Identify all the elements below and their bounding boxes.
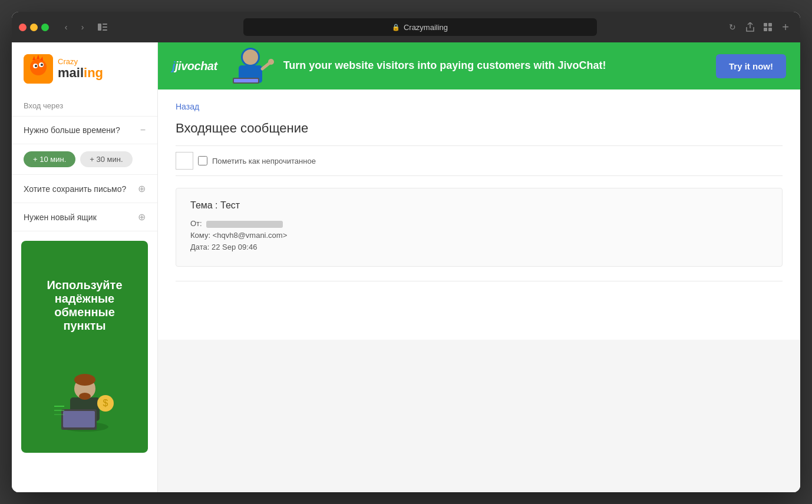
svg-point-21 — [79, 393, 91, 400]
svg-rect-3 — [103, 29, 107, 31]
time-buttons: + 10 мин. + 30 мин. — [12, 144, 157, 175]
address-bar[interactable]: 🔒 Crazymailing — [243, 18, 597, 36]
svg-text:$: $ — [103, 398, 108, 408]
new-box-item[interactable]: Нужен новый ящик ⊕ — [12, 203, 157, 231]
maximize-button[interactable] — [41, 24, 49, 31]
url-text: Crazymailing — [404, 23, 448, 32]
svg-rect-2 — [103, 26, 107, 28]
logo-text: Crazy mailing — [58, 58, 103, 80]
svg-point-33 — [268, 59, 274, 65]
minimize-button[interactable] — [30, 24, 38, 31]
checkbox-area: Пометить как непрочитанное — [176, 152, 316, 170]
svg-rect-1 — [103, 24, 107, 25]
avatar-placeholder — [176, 152, 193, 170]
sidebar-ad[interactable]: Используйте надёжные обменные пункты — [21, 241, 148, 453]
save-letter-item[interactable]: Хотите сохранить письмо? ⊕ — [12, 175, 157, 203]
from-value-redacted — [206, 221, 283, 228]
banner-illustration — [227, 45, 274, 87]
logo-mail: mailing — [58, 66, 103, 80]
nav-buttons: ‹ › — [58, 19, 90, 35]
svg-rect-4 — [764, 23, 767, 26]
svg-point-30 — [243, 49, 258, 65]
try-now-button[interactable]: Try it now! — [716, 54, 786, 78]
lock-icon: 🔒 — [392, 24, 400, 31]
sidebar-ad-text: Используйте надёжные обменные пункты — [33, 278, 136, 333]
jivo-logo-text: jivochat — [175, 59, 217, 72]
date-label: Дата: — [190, 243, 209, 251]
browser-window: ‹ › 🔒 Crazymailing ↻ — [12, 12, 800, 492]
svg-point-20 — [74, 374, 95, 386]
add-30-min-button[interactable]: + 30 мин. — [80, 151, 132, 167]
from-label: От: — [190, 219, 202, 228]
svg-point-12 — [35, 65, 37, 67]
back-nav-button[interactable]: ‹ — [58, 19, 74, 35]
to-label: Кому: — [190, 231, 210, 240]
email-subject: Тема : Тест — [190, 200, 768, 211]
save-letter-label: Хотите сохранить письмо? — [24, 184, 126, 194]
login-section: Вход через — [12, 95, 157, 116]
jivochat-banner[interactable]: jjivochat Turn yo — [158, 42, 800, 89]
subject-prefix: Тема : Тест — [190, 200, 240, 210]
plus-icon: ⊕ — [138, 211, 146, 223]
main-content: jjivochat Turn yo — [158, 42, 800, 492]
login-label: Вход через — [24, 101, 63, 110]
svg-rect-6 — [764, 28, 767, 31]
more-time-item[interactable]: Нужно больше времени? − — [12, 117, 157, 144]
sidebar-toggle-button[interactable] — [95, 19, 110, 35]
logo-crazy: Crazy — [58, 58, 103, 66]
email-card: Тема : Тест От: Кому: <hqvh8@vmani.com> … — [176, 188, 783, 267]
address-bar-container: 🔒 Crazymailing — [120, 18, 720, 36]
more-time-label: Нужно больше времени? — [24, 125, 120, 135]
banner-main-text: Turn your website visitors into paying c… — [283, 59, 707, 72]
browser-chrome: ‹ › 🔒 Crazymailing ↻ — [12, 12, 800, 42]
svg-point-13 — [41, 64, 43, 66]
sidebar: Crazy mailing Вход через Нужно больше вр… — [12, 42, 158, 492]
plus-circle-icon: ⊕ — [138, 183, 146, 194]
page-content: Crazy mailing Вход через Нужно больше вр… — [12, 42, 800, 492]
message-toolbar: Пометить как непрочитанное — [176, 145, 783, 176]
add-tab-button[interactable]: + — [778, 19, 793, 35]
refresh-button[interactable]: ↻ — [725, 19, 740, 35]
sidebar-ad-illustration: $ — [33, 344, 136, 441]
email-date: Дата: 22 Sep 09:46 — [190, 243, 768, 251]
logo-icon — [24, 54, 53, 84]
to-value: <hqvh8@vmani.com> — [213, 231, 288, 240]
back-link[interactable]: Назад — [176, 102, 199, 111]
svg-rect-0 — [98, 24, 101, 31]
mark-unread-checkbox[interactable] — [198, 156, 207, 165]
inbox-title: Входящее сообщение — [176, 121, 783, 136]
svg-point-9 — [30, 59, 47, 75]
forward-nav-button[interactable]: › — [75, 19, 90, 35]
email-to: Кому: <hqvh8@vmani.com> — [190, 231, 768, 240]
logo-suffix: ing — [84, 65, 103, 80]
minus-icon: − — [140, 125, 146, 135]
more-time-section: Нужно больше времени? − + 10 мин. + 30 м… — [12, 116, 157, 175]
svg-rect-5 — [768, 23, 772, 26]
toolbar-right: ↻ + — [725, 19, 793, 35]
svg-rect-23 — [63, 411, 95, 427]
date-value: 22 Sep 09:46 — [212, 243, 257, 251]
email-body — [176, 281, 783, 328]
add-10-min-button[interactable]: + 10 мин. — [24, 151, 75, 167]
share-button[interactable] — [742, 19, 758, 35]
logo-area: Crazy mailing — [12, 54, 157, 95]
svg-rect-7 — [768, 28, 772, 31]
new-box-label: Нужен новый ящик — [24, 213, 97, 222]
new-tab-button[interactable] — [760, 19, 775, 35]
traffic-lights — [19, 24, 49, 31]
jivochat-logo: jjivochat — [172, 59, 217, 73]
mark-unread-label: Пометить как непрочитанное — [212, 157, 316, 165]
close-button[interactable] — [19, 24, 27, 31]
email-from: От: — [190, 219, 768, 228]
email-area: Назад Входящее сообщение Пометить как не… — [158, 89, 800, 340]
svg-rect-35 — [234, 79, 258, 82]
